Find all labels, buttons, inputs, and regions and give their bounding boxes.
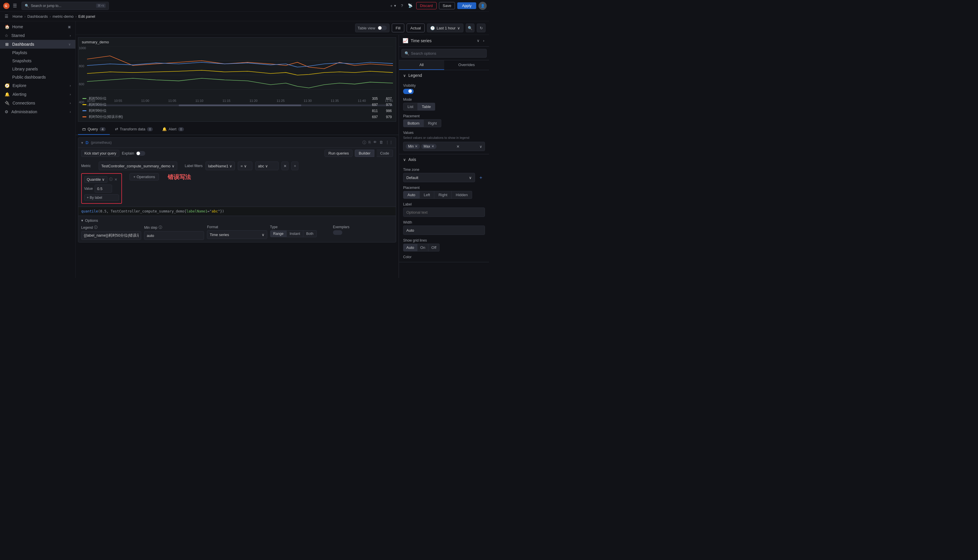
time-picker[interactable]: 🕐 Last 1 hour ∨ (427, 23, 463, 32)
placement-right-button[interactable]: Right (424, 119, 441, 127)
sidebar-item-administration[interactable]: ⚙ Administration › (0, 107, 75, 116)
type-instant-button[interactable]: Instant (287, 230, 303, 237)
format-select[interactable]: Time series ∨ (207, 230, 267, 239)
run-queries-button[interactable]: Run queries (325, 150, 353, 157)
gridlines-on-button[interactable]: On (417, 243, 428, 252)
sidebar-item-snapshots[interactable]: Snapshots (12, 57, 75, 65)
apply-button[interactable]: Apply (457, 2, 476, 9)
quantile-input[interactable] (95, 185, 112, 193)
filter-key-select[interactable]: labelName1 ∨ (205, 162, 235, 170)
kick-start-button[interactable]: Kick start your query (81, 150, 119, 157)
metric-select[interactable]: TestController_compute_summary_demo ∨ (99, 162, 177, 170)
axis-right-button[interactable]: Right (434, 191, 452, 199)
save-button[interactable]: Save (439, 2, 455, 9)
explain-switch[interactable] (136, 151, 145, 156)
query-delete-icon[interactable]: 🗑 (379, 140, 383, 145)
search-bar[interactable]: 🔍 Search or jump to... ⌘+k (22, 2, 109, 10)
query-info-icon[interactable]: ⓘ (362, 140, 366, 145)
mode-table-button[interactable]: Table (418, 103, 435, 111)
code-button[interactable]: Code (377, 150, 393, 157)
sidebar-item-starred[interactable]: ☆ Starred › (0, 31, 75, 40)
explain-toggle[interactable]: Explain (122, 151, 145, 156)
minstep-info-icon[interactable]: ⓘ (158, 225, 162, 230)
panel-nav-chevron-right[interactable]: › (482, 37, 485, 44)
query-drag-icon[interactable]: ⋮⋮ (385, 140, 393, 145)
quantile-info-icon[interactable]: ⓘ (109, 177, 113, 182)
sidebar-dashboards-label: Dashboards (12, 42, 34, 47)
breadcrumb-home[interactable]: Home (13, 14, 23, 18)
filter-add-button[interactable]: ＋ (292, 162, 298, 170)
top-nav: G ☰ 🔍 Search or jump to... ⌘+k ＋ ▾ ? 📡 D… (0, 0, 489, 12)
axis-label-input[interactable] (403, 208, 485, 217)
panel-tab-overrides[interactable]: Overrides (444, 60, 489, 70)
type-range-button[interactable]: Range (270, 230, 287, 237)
gridlines-off-button[interactable]: Off (428, 243, 440, 252)
avatar[interactable]: 👤 (478, 2, 487, 10)
legend-info-icon[interactable]: ⓘ (94, 225, 98, 230)
values-remove-all[interactable]: ✕ (457, 144, 460, 149)
actual-button[interactable]: Actual (407, 23, 425, 32)
quantile-close-button[interactable]: ✕ (114, 178, 117, 182)
tag-min-remove[interactable]: ✕ (415, 144, 418, 148)
axis-width-input[interactable] (403, 225, 485, 235)
axis-section-header[interactable]: ∨ Axis (399, 154, 489, 165)
exemplars-toggle[interactable] (333, 230, 342, 235)
sidebar-item-dashboards[interactable]: ⊞ Dashboards ∨ (0, 40, 75, 48)
table-view-toggle[interactable]: Table view (355, 23, 390, 32)
axis-hidden-button[interactable]: Hidden (452, 191, 472, 199)
minstep-input[interactable] (144, 231, 204, 240)
filter-val-select[interactable]: abc ∨ (255, 162, 278, 170)
legend-input[interactable] (81, 231, 141, 240)
quantile-select[interactable]: Quantile ∨ (84, 176, 107, 183)
help-button[interactable]: ? (400, 2, 404, 9)
breadcrumb-metric-demo[interactable]: metric-demo (52, 14, 73, 18)
options-search[interactable]: 🔍 Search options (402, 49, 487, 58)
sidebar-item-connections[interactable]: 🔌 Connections › (0, 99, 75, 107)
tag-max-remove[interactable]: ✕ (432, 144, 434, 148)
breadcrumb-dashboards[interactable]: Dashboards (27, 14, 48, 18)
filter-op-value: = (240, 164, 243, 168)
timezone-add-button[interactable]: ＋ (477, 173, 485, 182)
query-tab-query[interactable]: 🗃 Query 4 (78, 124, 110, 135)
gridlines-auto-button[interactable]: Auto (403, 243, 417, 252)
discard-button[interactable]: Discard (416, 2, 437, 9)
fill-button[interactable]: Fill (392, 23, 404, 32)
sidebar-toggle[interactable]: ☰ (5, 14, 8, 18)
sidebar-item-library-panels[interactable]: Library panels (12, 65, 75, 73)
legend-row-2: 耗时90分位 697 979 (81, 102, 393, 108)
query-copy-icon[interactable]: ⎘ (368, 140, 371, 145)
sidebar-item-public-dashboards[interactable]: Public dashboards (12, 73, 75, 81)
sidebar-item-alerting[interactable]: 🔔 Alerting › (0, 90, 75, 99)
panel-nav-chevron-down[interactable]: ∨ (476, 37, 481, 44)
values-dropdown[interactable]: ∨ (480, 144, 482, 149)
zoom-out-button[interactable]: 🔍 (466, 23, 475, 32)
by-label-button[interactable]: + By label (84, 195, 119, 201)
refresh-button[interactable]: ↻ (477, 23, 485, 32)
menu-icon[interactable]: ☰ (13, 3, 17, 8)
axis-auto-button[interactable]: Auto (403, 191, 420, 199)
query-collapse-icon[interactable]: ▾ (81, 141, 83, 145)
mode-list-button[interactable]: List (403, 103, 418, 111)
placement-bottom-button[interactable]: Bottom (403, 119, 424, 127)
visibility-switch[interactable] (403, 89, 413, 94)
axis-left-button[interactable]: Left (420, 191, 435, 199)
builder-button[interactable]: Builder (355, 150, 374, 157)
notifications-button[interactable]: 📡 (407, 2, 414, 9)
add-button[interactable]: ＋ ▾ (388, 2, 398, 10)
sidebar-item-explore[interactable]: 🧭 Explore › (0, 81, 75, 90)
options-header[interactable]: ▾ Options (81, 218, 393, 223)
timezone-select[interactable]: Default ∨ (403, 173, 475, 182)
filter-op-select[interactable]: = ∨ (238, 162, 252, 170)
table-view-switch[interactable] (378, 26, 387, 30)
legend-section-header[interactable]: ∨ Legend (399, 70, 489, 81)
sidebar-item-home[interactable]: 🏠 Home ▣ (0, 22, 75, 31)
operations-button[interactable]: + Operations (130, 173, 159, 180)
panel-tab-all[interactable]: All (399, 60, 444, 70)
values-tag-input[interactable]: Min ✕ Max ✕ ✕ ∨ (403, 142, 485, 151)
query-tab-transform[interactable]: ⇄ Transform data 0 (111, 124, 157, 135)
type-both-button[interactable]: Both (303, 230, 317, 237)
query-hide-icon[interactable]: 👁 (373, 140, 377, 145)
query-tab-alert[interactable]: 🔔 Alert 0 (158, 124, 188, 135)
sidebar-item-playlists[interactable]: Playlists (12, 48, 75, 57)
filter-clear-button[interactable]: ✕ (282, 162, 288, 170)
